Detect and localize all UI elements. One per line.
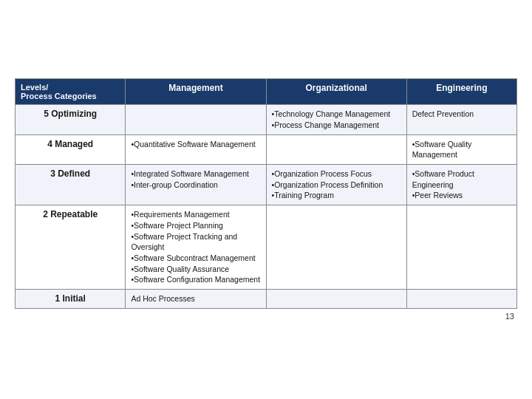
header-management: Management (126, 79, 266, 105)
row-optimizing: 5 Optimizing •Technology Change Manageme… (16, 105, 517, 134)
header-engineering: Engineering (406, 79, 516, 105)
cell-initial-engineering (406, 289, 516, 308)
page-number: 13 (15, 312, 517, 321)
cell-optimizing-engineering: Defect Prevention (406, 105, 516, 134)
label-initial: 1 Initial (16, 289, 126, 308)
cell-initial-organizational (266, 289, 406, 308)
cell-managed-engineering: •Software Quality Management (406, 134, 516, 164)
cell-repeatable-organizational (266, 205, 406, 290)
label-managed: 4 Managed (16, 134, 126, 164)
cmm-table: Levels/ Process Categories Management Or… (15, 78, 517, 308)
cell-defined-organizational: •Organization Process Focus •Organizatio… (266, 165, 406, 205)
cell-optimizing-organizational: •Technology Change Management •Process C… (266, 105, 406, 134)
header-organizational: Organizational (266, 79, 406, 105)
cell-defined-management: •Integrated Software Management •Inter-g… (126, 165, 266, 205)
cell-initial-management: Ad Hoc Processes (126, 289, 266, 308)
cell-defined-engineering: •Software Product Engineering •Peer Revi… (406, 165, 516, 205)
row-repeatable: 2 Repeatable •Requirements Management •S… (16, 205, 517, 290)
row-managed: 4 Managed •Quantitative Software Managem… (16, 134, 517, 164)
label-repeatable: 2 Repeatable (16, 205, 126, 290)
cell-repeatable-management: •Requirements Management •Software Proje… (126, 205, 266, 290)
row-defined: 3 Defined •Integrated Software Managemen… (16, 165, 517, 205)
header-levels: Levels/ Process Categories (16, 79, 126, 105)
cell-repeatable-engineering (406, 205, 516, 290)
label-optimizing: 5 Optimizing (16, 105, 126, 134)
slide-container: Levels/ Process Categories Management Or… (7, 71, 525, 327)
label-defined: 3 Defined (16, 165, 126, 205)
cell-managed-organizational (266, 134, 406, 164)
row-initial: 1 Initial Ad Hoc Processes (16, 289, 517, 308)
cell-managed-management: •Quantitative Software Management (126, 134, 266, 164)
cell-optimizing-management (126, 105, 266, 134)
